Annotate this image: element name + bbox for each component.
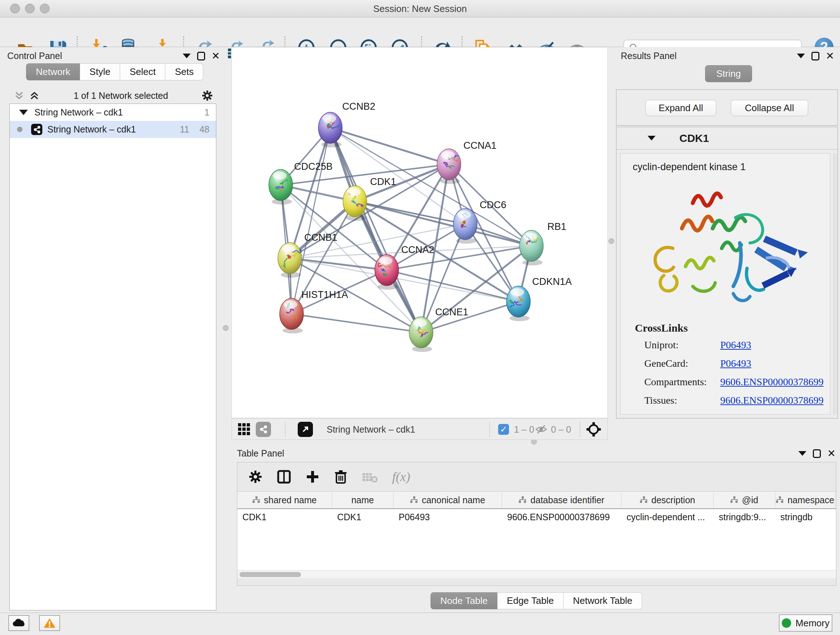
network-edge[interactable] bbox=[292, 314, 421, 333]
crosslink-pharos-link[interactable]: P06493 bbox=[720, 413, 752, 415]
open-in-window-button[interactable] bbox=[298, 422, 313, 437]
network-edge[interactable] bbox=[330, 128, 449, 165]
node-label: CCNE1 bbox=[435, 307, 469, 318]
entry-gene-name: CDK1 bbox=[679, 132, 709, 144]
column-header-name[interactable]: name bbox=[332, 492, 393, 508]
entry-description: cyclin-dependent kinase 1 bbox=[633, 162, 830, 173]
tab-style[interactable]: Style bbox=[80, 63, 120, 80]
delete-table-icon bbox=[362, 470, 378, 483]
table-cell[interactable]: 9606.ENSP00000378699 bbox=[502, 509, 622, 526]
cloud-icon bbox=[12, 618, 25, 628]
network-node-CDK1[interactable]: CDK1 bbox=[343, 176, 396, 221]
network-edge[interactable] bbox=[330, 128, 531, 246]
column-header-description[interactable]: description bbox=[622, 492, 714, 508]
table-cell[interactable]: P06493 bbox=[393, 509, 502, 526]
network-row[interactable]: String Network – cdk1 11 48 bbox=[10, 121, 216, 138]
column-header--id[interactable]: @id bbox=[714, 492, 775, 508]
expand-all-icon[interactable] bbox=[28, 90, 41, 101]
network-type-button[interactable] bbox=[256, 422, 271, 437]
network-edge-count: 48 bbox=[199, 124, 210, 135]
table-cell[interactable]: stringdb bbox=[775, 509, 835, 526]
network-node-CDKN1A[interactable]: CDKN1A bbox=[507, 276, 572, 321]
toolbar-separator bbox=[489, 421, 490, 437]
crosslink-genecard-link[interactable]: P06493 bbox=[720, 358, 752, 369]
tree-expander-icon[interactable] bbox=[19, 110, 28, 115]
grid-icon bbox=[237, 422, 251, 436]
table-cell[interactable]: stringdb:9... bbox=[714, 509, 775, 526]
cloud-status-button[interactable] bbox=[8, 615, 29, 631]
float-panel-icon[interactable] bbox=[197, 52, 205, 60]
network-node-RB1[interactable]: RB1 bbox=[519, 221, 567, 265]
tab-string[interactable]: String bbox=[705, 65, 752, 82]
shared-column-icon bbox=[776, 496, 784, 504]
scrollbar-thumb[interactable] bbox=[240, 572, 301, 577]
shared-column-icon bbox=[410, 496, 418, 504]
titlebar: Session: New Session bbox=[0, 0, 840, 17]
table-options-gear-icon[interactable] bbox=[248, 470, 263, 484]
crosslink-tissues-link[interactable]: 9606.ENSP00000378699 bbox=[720, 394, 823, 406]
tab-node-table[interactable]: Node Table bbox=[431, 592, 497, 609]
column-header-canonical-name[interactable]: canonical name bbox=[393, 492, 502, 508]
fit-selected-button[interactable] bbox=[586, 421, 602, 439]
crosslink-label: Tissues: bbox=[644, 394, 720, 406]
float-panel-icon[interactable] bbox=[813, 449, 821, 458]
collapse-all-icon[interactable] bbox=[13, 90, 25, 101]
warning-button[interactable] bbox=[39, 615, 60, 631]
entry-header[interactable]: CDK1 bbox=[616, 127, 837, 149]
close-panel-icon[interactable]: ✕ bbox=[212, 52, 220, 60]
table-data-row[interactable]: CDK1CDK1P064939606.ENSP00000378699cyclin… bbox=[237, 509, 836, 526]
shared-column-icon bbox=[253, 496, 261, 504]
network-options-gear-icon[interactable] bbox=[201, 89, 213, 102]
network-edge[interactable] bbox=[387, 270, 518, 302]
birds-eye-view-button[interactable] bbox=[237, 422, 251, 438]
memory-button[interactable]: Memory bbox=[779, 614, 832, 632]
entry-body: cyclin-dependent kinase 1 bbox=[620, 153, 830, 415]
table-cell[interactable]: CDK1 bbox=[237, 509, 332, 526]
node-label: CCNB1 bbox=[304, 232, 338, 243]
shared-column-icon bbox=[730, 496, 738, 504]
network-node-CCNA1[interactable]: CCNA1 bbox=[437, 140, 497, 184]
network-node-CCNE1[interactable]: CCNE1 bbox=[409, 307, 469, 352]
close-panel-icon[interactable]: ✕ bbox=[826, 52, 834, 60]
collapse-all-button[interactable]: Collapse All bbox=[731, 100, 808, 116]
add-column-icon[interactable] bbox=[305, 470, 320, 484]
panel-menu-icon[interactable] bbox=[798, 451, 806, 456]
hidden-indicator[interactable] bbox=[535, 424, 547, 437]
float-panel-icon[interactable] bbox=[812, 52, 819, 60]
table-cell[interactable]: cyclin-dependent ... bbox=[622, 509, 714, 526]
panel-menu-icon[interactable] bbox=[797, 54, 805, 58]
crosslink-compartments-link[interactable]: 9606.ENSP00000378699 bbox=[720, 376, 823, 388]
table-cell[interactable]: CDK1 bbox=[332, 509, 393, 526]
node-label: CCNB2 bbox=[342, 101, 376, 112]
tab-sets[interactable]: Sets bbox=[165, 63, 203, 80]
left-splitter-handle[interactable] bbox=[223, 325, 229, 331]
hidden-node-edge-counts: 0 – 0 bbox=[551, 418, 571, 440]
control-panel: Control Panel ✕ Network Style Select Set… bbox=[0, 47, 227, 613]
panel-menu-icon[interactable] bbox=[183, 54, 191, 58]
selected-indicator[interactable]: ✓ bbox=[498, 424, 509, 435]
column-header-shared-name[interactable]: shared name bbox=[237, 492, 332, 508]
network-node-CCNB2[interactable]: CCNB2 bbox=[318, 101, 376, 147]
column-header-namespace[interactable]: namespace bbox=[775, 492, 835, 508]
network-edge[interactable] bbox=[330, 128, 421, 333]
network-edge[interactable] bbox=[290, 258, 387, 270]
column-header-database-identifier[interactable]: database identifier bbox=[502, 492, 622, 508]
delete-column-icon[interactable] bbox=[333, 469, 348, 485]
table-h-scrollbar[interactable] bbox=[237, 570, 836, 578]
entry-collapse-icon[interactable] bbox=[647, 136, 655, 141]
tab-network-table[interactable]: Network Table bbox=[564, 592, 642, 609]
network-collection-row[interactable]: String Network – cdk1 1 bbox=[10, 104, 216, 121]
tab-edge-table[interactable]: Edge Table bbox=[497, 592, 564, 609]
results-scrollbar[interactable] bbox=[834, 153, 837, 415]
crosslink-label: Pharos: bbox=[644, 413, 720, 415]
tab-select[interactable]: Select bbox=[120, 63, 165, 80]
close-panel-icon[interactable]: ✕ bbox=[827, 449, 836, 458]
table-header-row: shared namename canonical name database … bbox=[237, 492, 836, 509]
show-columns-icon[interactable] bbox=[276, 469, 292, 485]
tab-network[interactable]: Network bbox=[26, 63, 80, 80]
right-splitter-handle[interactable] bbox=[608, 238, 614, 244]
network-canvas[interactable]: CCNB2CCNA1CDC25BCDK1CDC6RB1CCNB1CCNA2CDK… bbox=[232, 47, 608, 418]
expand-all-button[interactable]: Expand All bbox=[645, 100, 716, 116]
crosslink-uniprot-link[interactable]: P06493 bbox=[720, 339, 752, 351]
network-selection-status: 1 of 1 Network selected bbox=[41, 90, 201, 101]
